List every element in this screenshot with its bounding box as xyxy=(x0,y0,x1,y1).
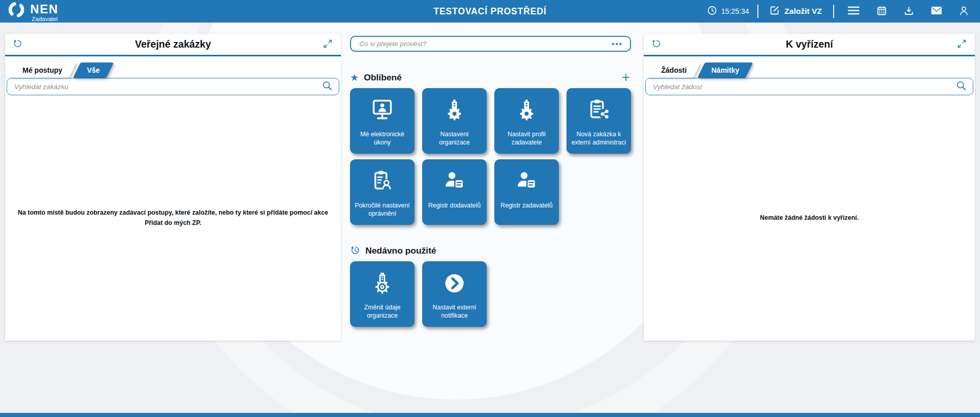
left-empty-area: Na tomto místě budou zobrazeny zadávací … xyxy=(5,95,341,341)
arrow-circle-icon xyxy=(422,261,487,303)
search-zakazka-input[interactable] xyxy=(13,82,322,91)
history-icon xyxy=(350,245,360,256)
tile-nova-zakazka-k-externi-administraci[interactable]: Nová zakázka k externí administraci xyxy=(567,88,631,154)
recent-header: Nedávno použité xyxy=(350,244,631,257)
user-button[interactable] xyxy=(959,6,969,17)
menu-button[interactable] xyxy=(847,6,860,17)
command-input[interactable] xyxy=(358,39,612,48)
user-document-icon xyxy=(494,159,559,201)
tile-registr-dodavatelu[interactable]: Registr dodavatelů xyxy=(422,159,487,225)
monitor-user-icon xyxy=(350,88,415,130)
left-panel-tabs: Mé postupy Vše xyxy=(12,62,341,78)
download-button[interactable] xyxy=(904,6,914,17)
topbar: NEN Zadavatel TESTOVACÍ PROSTŘEDÍ 15:25:… xyxy=(0,0,980,23)
panel-k-vyrizeni: K vyřízení Žádosti Námitky Nemáte žádné … xyxy=(644,34,975,341)
clock-display: 15:25:34 xyxy=(707,6,749,17)
topbar-actions: 15:25:34 Založit VZ xyxy=(707,5,980,18)
clock-icon xyxy=(707,6,717,17)
tile-nastavit-externi-notifikace[interactable]: Nastavit externí notifikace xyxy=(422,261,487,327)
topbar-divider xyxy=(757,5,758,18)
right-empty-area: Nemáte žádné žádosti k vyřízení. xyxy=(644,95,975,341)
star-icon: ★ xyxy=(350,73,359,82)
panel-verejne-zakazky: Veřejné zakázky Mé postupy Vše Na tomto … xyxy=(5,34,341,341)
clipboard-share-icon xyxy=(567,88,631,130)
tile-me-elektronicke-ukony[interactable]: Mé elektronické úkony xyxy=(350,88,415,154)
gear-building-icon xyxy=(494,88,559,130)
tab-zadosti[interactable]: Žádosti xyxy=(647,62,701,78)
mail-icon xyxy=(931,6,942,16)
gear-building-outline-icon xyxy=(350,261,415,303)
gear-building-icon xyxy=(422,88,487,130)
calendar-button[interactable] xyxy=(877,6,887,17)
left-search-box xyxy=(7,78,339,95)
calendar-icon xyxy=(877,6,887,17)
right-search-box xyxy=(645,78,973,95)
search-icon[interactable] xyxy=(956,80,967,93)
tab-namitky[interactable]: Námitky xyxy=(697,62,753,78)
user-document-icon xyxy=(422,159,487,201)
nen-logo-icon xyxy=(7,1,26,21)
brand-subtitle: Zadavatel xyxy=(32,16,58,23)
refresh-icon xyxy=(13,39,23,50)
right-panel-header: K vyřízení xyxy=(644,34,975,56)
tile-pokrocile-nastaveni-opravneni[interactable]: Pokročilé nastavení oprávnění xyxy=(350,159,415,225)
more-options-button[interactable]: ••• xyxy=(612,40,623,48)
clock-time: 15:25:34 xyxy=(721,7,749,15)
left-panel-header: Veřejné zakázky xyxy=(5,34,341,56)
search-zadost-input[interactable] xyxy=(652,82,956,91)
favorites-header: ★ Oblíbené + xyxy=(350,71,631,84)
tab-vse[interactable]: Vše xyxy=(73,62,114,78)
tab-me-postupy[interactable]: Mé postupy xyxy=(9,62,76,78)
expand-icon xyxy=(322,38,333,51)
brand-title: NEN xyxy=(30,3,58,15)
bottom-bar xyxy=(0,413,980,417)
command-box: ••• xyxy=(350,36,631,52)
edit-icon xyxy=(770,5,780,17)
tile-zmenit-udaje-organizace[interactable]: Změnit údaje organizace xyxy=(350,261,415,327)
create-vz-button[interactable]: Založit VZ xyxy=(767,5,825,18)
recent-title: Nedávno použité xyxy=(365,245,436,256)
refresh-icon xyxy=(651,39,661,50)
clipboard-user-icon xyxy=(350,159,415,201)
left-expand-button[interactable] xyxy=(322,38,333,51)
create-vz-label: Založit VZ xyxy=(785,7,822,16)
favorites-tiles: Mé elektronické úkony Nastavení organiza… xyxy=(350,88,631,225)
right-panel-tabs: Žádosti Námitky xyxy=(651,62,975,78)
dashboard-center: ••• ★ Oblíbené + Mé elektronické úkony N… xyxy=(350,34,631,327)
tile-nastaveni-organizace[interactable]: Nastavení organizace xyxy=(422,88,487,154)
right-expand-button[interactable] xyxy=(956,38,967,51)
left-empty-state-text: Na tomto místě budou zobrazeny zadávací … xyxy=(14,208,332,227)
topbar-icon-buttons xyxy=(847,6,969,17)
recent-tiles: Změnit údaje organizace Nastavit externí… xyxy=(350,261,631,327)
left-panel-title: Veřejné zakázky xyxy=(135,38,211,50)
environment-title: TESTOVACÍ PROSTŘEDÍ xyxy=(433,6,547,17)
right-empty-state-text: Nemáte žádné žádosti k vyřízení. xyxy=(760,213,859,223)
user-icon xyxy=(959,6,969,17)
expand-icon xyxy=(956,38,967,51)
left-refresh-button[interactable] xyxy=(13,39,23,50)
menu-icon xyxy=(847,6,860,17)
tile-nastavit-profil-zadavatele[interactable]: Nastavit profil zadavatele xyxy=(494,88,559,154)
download-icon xyxy=(904,6,914,17)
right-panel-title: K vyřízení xyxy=(786,38,833,50)
favorites-title: Oblíbené xyxy=(364,72,402,83)
mail-button[interactable] xyxy=(931,6,942,16)
search-icon[interactable] xyxy=(322,80,333,93)
tile-registr-zadavatelu[interactable]: Registr zadavatelů xyxy=(494,159,559,225)
add-favorite-button[interactable]: + xyxy=(621,72,631,82)
topbar-divider xyxy=(833,5,834,18)
brand-logo[interactable]: NEN Zadavatel xyxy=(7,1,58,23)
right-refresh-button[interactable] xyxy=(651,39,661,50)
